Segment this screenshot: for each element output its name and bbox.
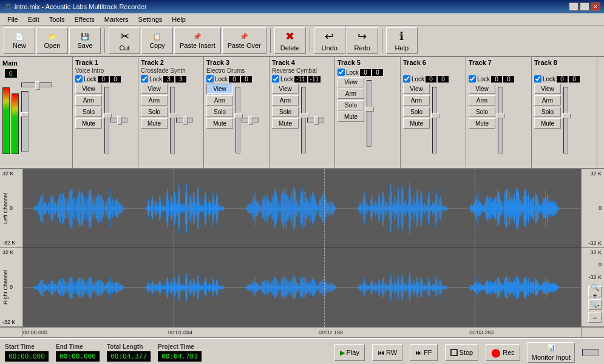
monitor-level-slider[interactable]: [582, 349, 599, 356]
track8-arm-button[interactable]: Arm: [534, 95, 561, 106]
track8-lock-val2: 0: [569, 76, 580, 83]
save-button[interactable]: 💾 Save: [69, 27, 101, 54]
track5-solo-button[interactable]: Solo: [338, 100, 364, 110]
track5-view-button[interactable]: View: [338, 77, 364, 87]
play-button[interactable]: ▶ Play: [334, 344, 365, 361]
track1-mute-button[interactable]: Mute: [75, 118, 102, 129]
left-top-scale-r: 32 K: [584, 170, 602, 177]
track6-solo-button[interactable]: Solo: [403, 107, 430, 117]
zoom-out-button[interactable]: 🔍-: [588, 299, 602, 310]
new-button[interactable]: 📄 New: [4, 27, 35, 54]
track3-lock-val2: 0: [241, 76, 252, 83]
paste-over-button[interactable]: 📌 Paste Over: [222, 27, 266, 54]
track6-view-button[interactable]: View: [403, 84, 430, 94]
menu-markers[interactable]: Markers: [100, 15, 134, 24]
rec-button[interactable]: ⬤ Rec: [486, 344, 520, 361]
track1-title: Track 1: [75, 59, 135, 66]
track3-volume-fader[interactable]: [236, 87, 240, 153]
track5-arm-button[interactable]: Arm: [338, 89, 364, 99]
delete-icon: ✖: [285, 30, 294, 43]
track7-arm-button[interactable]: Arm: [469, 95, 495, 106]
tracks-scroll[interactable]: Track 1 Voice Intro Lock 0 0 View Arm So…: [73, 57, 604, 168]
main-pan-fader[interactable]: [21, 83, 52, 87]
track6-lock-checkbox[interactable]: [403, 75, 410, 83]
track4-view-button[interactable]: View: [272, 84, 299, 94]
menu-help[interactable]: Help: [167, 15, 191, 24]
track6-mute-button[interactable]: Mute: [403, 118, 430, 129]
undo-button[interactable]: ↩ Undo: [314, 27, 345, 54]
track8-lock-checkbox[interactable]: [534, 75, 541, 83]
track2-mute-button[interactable]: Mute: [141, 118, 168, 129]
open-button[interactable]: 📁 Open: [36, 27, 68, 54]
track4-arm-button[interactable]: Arm: [272, 95, 299, 106]
track4-pan-fader[interactable]: [307, 118, 324, 123]
redo-button[interactable]: ↪ Redo: [347, 27, 378, 54]
track4-volume-fader[interactable]: [301, 87, 306, 153]
menu-settings[interactable]: Settings: [134, 15, 168, 24]
waveform-display: 32 K Left Channel 0 -32 K 32 K Right Cha…: [0, 169, 604, 327]
left-channel-waveform: [23, 169, 581, 248]
track4-mute-button[interactable]: Mute: [272, 118, 299, 129]
left-top-scale: 32 K: [2, 170, 20, 177]
maximize-button[interactable]: □: [580, 2, 589, 11]
paste-insert-button[interactable]: 📌 Paste Insert: [174, 27, 221, 54]
monitor-button[interactable]: 📊 Monitor Input: [528, 342, 575, 363]
help-button[interactable]: ℹ Help: [386, 27, 418, 54]
track8-volume-fader[interactable]: [563, 87, 568, 153]
track3-mute-button[interactable]: Mute: [206, 118, 233, 129]
track1-view-button[interactable]: View: [75, 84, 102, 94]
track3-view-button[interactable]: View: [206, 84, 233, 94]
track7-solo-button[interactable]: Solo: [469, 107, 495, 117]
main-volume-fader[interactable]: [21, 91, 29, 152]
track7-lock-checkbox[interactable]: [469, 75, 476, 83]
app-icon: 🎵: [4, 3, 12, 11]
ff-button[interactable]: ⏭ FF: [410, 344, 437, 361]
track1-lock-checkbox[interactable]: [75, 75, 83, 83]
track3-lock-checkbox[interactable]: [206, 75, 214, 83]
track8-solo-button[interactable]: Solo: [534, 107, 561, 117]
track2-view-button[interactable]: View: [141, 84, 168, 94]
cut-button[interactable]: ✂ Cut: [109, 27, 140, 54]
zoom-in-button[interactable]: 🔍+: [588, 286, 602, 297]
zoom-fit-button[interactable]: ↔: [588, 312, 602, 323]
track6-arm-button[interactable]: Arm: [403, 95, 430, 106]
track5-lock-checkbox[interactable]: [338, 69, 345, 76]
menu-effects[interactable]: Effects: [69, 15, 99, 24]
copy-button[interactable]: 📋 Copy: [141, 27, 173, 54]
minimize-button[interactable]: _: [569, 2, 579, 11]
delete-button[interactable]: ✖ Delete: [274, 27, 306, 54]
menu-tools[interactable]: Tools: [44, 15, 70, 24]
track2-pan-fader[interactable]: [176, 118, 193, 123]
close-button[interactable]: ✕: [591, 2, 600, 11]
rewind-button[interactable]: ⏮ RW: [372, 344, 402, 361]
left-bottom-scale: -32 K: [2, 240, 20, 246]
track1-solo-button[interactable]: Solo: [75, 107, 102, 117]
start-time-label: Start Time: [5, 343, 49, 350]
track1-volume-fader[interactable]: [104, 87, 109, 153]
track2-arm-button[interactable]: Arm: [141, 95, 168, 106]
track4-lock-row: Lock -11 -11: [272, 75, 332, 83]
track8-view-button[interactable]: View: [534, 84, 561, 94]
track5-volume-fader[interactable]: [367, 80, 372, 147]
track2-volume-fader[interactable]: [170, 87, 175, 153]
track3-arm-button[interactable]: Arm: [206, 95, 233, 106]
track7-mute-button[interactable]: Mute: [469, 118, 495, 129]
menu-file[interactable]: File: [2, 15, 23, 24]
stop-button[interactable]: Stop: [445, 344, 479, 361]
menu-edit[interactable]: Edit: [23, 15, 44, 24]
track7-volume-fader[interactable]: [498, 87, 503, 153]
track3-pan-fader[interactable]: [242, 118, 259, 123]
track8-mute-button[interactable]: Mute: [534, 118, 561, 129]
track2-lock-checkbox[interactable]: [141, 75, 148, 83]
sep3: [310, 29, 310, 53]
track4-solo-button[interactable]: Solo: [272, 107, 299, 117]
track1-pan-fader[interactable]: [110, 118, 127, 123]
track1-arm-button[interactable]: Arm: [75, 95, 102, 106]
track3-solo-button[interactable]: Solo: [206, 107, 233, 117]
right-channel-waveform: [23, 248, 581, 327]
track7-view-button[interactable]: View: [469, 84, 495, 94]
track4-lock-checkbox[interactable]: [272, 75, 279, 83]
track2-solo-button[interactable]: Solo: [141, 107, 168, 117]
track5-mute-button[interactable]: Mute: [338, 112, 364, 122]
track6-volume-fader[interactable]: [432, 87, 437, 153]
